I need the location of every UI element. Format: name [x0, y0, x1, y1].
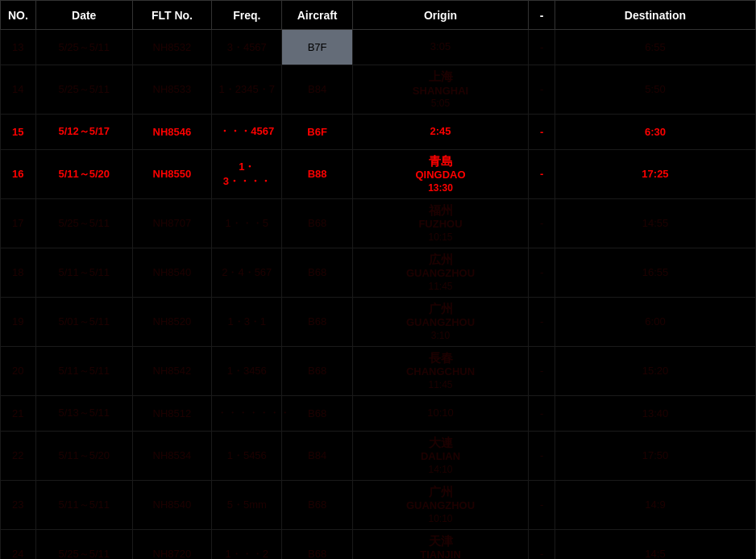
origin-english: GUANGZHOU	[358, 316, 523, 330]
cell-flt: NH8532	[132, 30, 211, 65]
cell-no: 16	[1, 149, 36, 198]
cell-dash: -	[529, 431, 555, 480]
cell-no: 20	[1, 346, 36, 395]
origin-time: 10:10	[358, 513, 523, 526]
origin-english: QINGDAO	[358, 169, 523, 182]
cell-flt: NH8707	[132, 198, 211, 248]
cell-destination: 17:50	[555, 431, 755, 480]
cell-flt: NH8512	[132, 395, 211, 431]
origin-chinese: 福州	[358, 202, 523, 219]
cell-dash: -	[529, 30, 555, 65]
cell-date: 5/11～5/11	[35, 346, 132, 395]
cell-date: 5/25～5/11	[35, 529, 132, 559]
origin-time: 10:15	[358, 232, 523, 244]
cell-origin: 天津TIANJIN5:00	[352, 529, 528, 559]
origin-english: TIANJIN	[358, 549, 523, 559]
cell-origin: 广州GUANGZHOU10:10	[352, 480, 528, 529]
cell-date: 5/11～5/11	[35, 248, 132, 297]
cell-freq: 3・4567	[212, 30, 282, 65]
cell-dash: -	[529, 248, 555, 297]
table-row: 135/25～5/11NH85323・4567B7F3:05-6:55	[1, 30, 756, 65]
table-row: 155/12～5/17NH8546・・・4567B6F2:45-6:30	[1, 114, 756, 149]
cell-dash: -	[529, 529, 555, 559]
cell-dash: -	[529, 395, 555, 431]
header-flt: FLT No.	[132, 1, 211, 30]
origin-chinese: 青島	[358, 153, 523, 169]
origin-time: 11:45	[358, 281, 523, 294]
cell-freq: 1・5456	[212, 431, 282, 480]
cell-freq: 1・2345・7	[212, 65, 282, 115]
cell-no: 18	[1, 248, 36, 297]
cell-destination: 14:9	[555, 480, 755, 529]
cell-date: 5/11～5/11	[35, 480, 132, 529]
cell-freq: 1・3・1	[212, 297, 282, 346]
cell-destination: 14:5	[555, 529, 755, 559]
cell-aircraft: B68	[282, 346, 352, 395]
origin-time: 14:10	[358, 464, 523, 477]
cell-no: 19	[1, 297, 36, 346]
cell-flt: NH8720	[132, 529, 211, 559]
origin-english: GUANGZHOU	[358, 267, 523, 281]
cell-date: 5/25～5/11	[35, 198, 132, 248]
cell-destination: 16:55	[555, 248, 755, 297]
cell-aircraft: B84	[282, 65, 352, 115]
cell-flt: NH8520	[132, 297, 211, 346]
header-origin: Origin	[352, 1, 528, 30]
cell-destination: 5:50	[555, 65, 755, 115]
origin-chinese: 大連	[358, 435, 523, 451]
cell-flt: NH8533	[132, 65, 211, 115]
cell-destination: 6:30	[555, 114, 755, 149]
cell-flt: NH8550	[132, 149, 211, 198]
origin-chinese: 上海	[358, 69, 523, 85]
cell-freq: 5・5mm	[212, 480, 282, 529]
table-row: 195/01～5/11NH85201・3・1B68广州GUANGZHOU3:10…	[1, 297, 756, 346]
origin-chinese: 广州	[358, 484, 523, 500]
cell-destination: 15:20	[555, 346, 755, 395]
origin-time: 11:45	[358, 379, 523, 392]
origin-chinese: 广州	[358, 301, 523, 317]
cell-aircraft: B84	[282, 431, 352, 480]
cell-aircraft: B68	[282, 395, 352, 431]
cell-dash: -	[529, 65, 555, 115]
table-row: 215/13～5/11NH8512・・・・・・・B6810:10-13:40	[1, 395, 756, 431]
cell-flt: NH8534	[132, 431, 211, 480]
cell-origin: 3:05	[352, 30, 528, 65]
cell-freq: 1・・・2	[212, 529, 282, 559]
cell-dash: -	[529, 480, 555, 529]
cell-origin: 福州FUZHOU10:15	[352, 198, 528, 248]
cell-flt: NH8540	[132, 480, 211, 529]
cell-destination: 13:40	[555, 395, 755, 431]
cell-origin: 10:10	[352, 395, 528, 431]
cell-no: 17	[1, 198, 36, 248]
cell-date: 5/25～5/11	[35, 65, 132, 115]
cell-destination: 6:00	[555, 297, 755, 346]
cell-aircraft: B6F	[282, 114, 352, 149]
cell-date: 5/11～5/20	[35, 431, 132, 480]
origin-english: GUANGZHOU	[358, 499, 523, 513]
cell-origin: 广州GUANGZHOU3:10	[352, 297, 528, 346]
cell-aircraft: B68	[282, 297, 352, 346]
cell-dash: -	[529, 198, 555, 248]
origin-chinese: 広州	[358, 252, 523, 268]
cell-no: 15	[1, 114, 36, 149]
cell-aircraft: B68	[282, 529, 352, 559]
cell-dash: -	[529, 297, 555, 346]
cell-no: 23	[1, 480, 36, 529]
origin-english: FUZHOU	[358, 218, 523, 232]
origin-chinese: 天津	[358, 533, 523, 549]
table-row: 175/25～5/11NH87071・・・5B68福州FUZHOU10:15-1…	[1, 198, 756, 248]
cell-date: 5/12～5/17	[35, 114, 132, 149]
origin-time: 5:05	[358, 98, 523, 111]
cell-freq: 1・・・5	[212, 198, 282, 248]
cell-no: 22	[1, 431, 36, 480]
cell-freq: 1・3456	[212, 346, 282, 395]
cell-freq: 1・3・・・・	[212, 149, 282, 198]
header-date: Date	[35, 1, 132, 30]
cell-aircraft: B68	[282, 480, 352, 529]
origin-chinese: 長春	[358, 350, 523, 366]
cell-origin: 長春CHANGCHUN11:45	[352, 346, 528, 395]
table-row: 185/11～5/11NH85402・4・567B68広州GUANGZHOU11…	[1, 248, 756, 297]
table-row: 235/11～5/11NH85405・5mmB68广州GUANGZHOU10:1…	[1, 480, 756, 529]
table-row: 165/11～5/20NH85501・3・・・・B88青島QINGDAO13:3…	[1, 149, 756, 198]
cell-no: 24	[1, 529, 36, 559]
